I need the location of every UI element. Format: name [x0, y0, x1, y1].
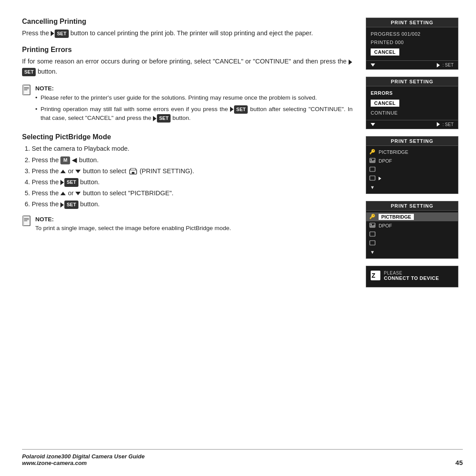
pictbridge-title: Selecting PictBridge Mode — [22, 133, 353, 141]
footer-url: www.izone-camera.com — [22, 460, 145, 466]
panel3-row-right — [366, 174, 458, 183]
panel2-header: PRINT SETTING — [366, 77, 458, 86]
panel2-continue: CONTINUE — [371, 109, 454, 117]
panel2-cancel: CANCEL — [371, 100, 399, 107]
panel3-header: PRINT SETTING — [366, 137, 458, 146]
panel1-header: PRINT SETTING — [366, 18, 458, 27]
panel4-row-key: 🔑 PICTBRIDGE — [366, 212, 458, 221]
cancelling-title: Cancelling Printing — [22, 18, 353, 26]
note-icon-errors — [22, 84, 32, 125]
panel2-right-arrow — [437, 122, 440, 126]
svg-rect-7 — [132, 172, 134, 174]
panel1-right-arrow — [437, 63, 440, 67]
image-icon-4 — [369, 223, 376, 229]
panel-errors: PRINT SETTING ERRORS CANCEL CONTINUE : S… — [366, 77, 458, 129]
panel2-errors-label: ERRORS — [371, 89, 454, 97]
down-arrow-icon-4: ▼ — [369, 249, 376, 255]
step-1: Set the camera to Playback mode. — [32, 144, 353, 154]
step-4: Press the SET button. — [32, 177, 353, 187]
panel4-row-down: ▼ — [366, 248, 458, 257]
connect-please: PLEASE — [384, 271, 439, 275]
note-content-errors: NOTE: Please refer to the printer's user… — [35, 84, 353, 125]
svg-rect-20 — [370, 241, 375, 245]
panel3-row-key: 🔑 PICTBRIDGE — [366, 148, 458, 156]
panel2-set-label: : SET — [443, 122, 454, 127]
footer-left: Polaroid izone300 Digital Camera User Gu… — [22, 453, 145, 466]
connect-icon-row: Z PLEASE CONNECT TO DEVICE — [371, 271, 454, 281]
panel4-dpof: DPOF — [379, 223, 392, 228]
panel1-progress: PROGRESS 001/002 — [371, 30, 454, 38]
panel1-cancel: CANCEL — [371, 48, 399, 56]
right-arrow-icon-4 — [369, 240, 376, 246]
key-icon-4: 🔑 — [369, 214, 376, 219]
right-panels: PRINT SETTING PROGRESS 001/002 PRINTED 0… — [366, 18, 463, 463]
panel-cancelling: PRINT SETTING PROGRESS 001/002 PRINTED 0… — [366, 18, 458, 70]
step-2: Press the M ◀ button. — [32, 155, 353, 165]
panel3-row-down: ▼ — [366, 183, 458, 192]
left-arrow-icon-3 — [369, 167, 376, 173]
svg-rect-4 — [23, 85, 24, 95]
panel3-arrow-indicator — [379, 177, 381, 180]
note-content-pictbridge: NOTE: To print a single image, select th… — [35, 215, 231, 233]
note-text-pictbridge: To print a single image, select the imag… — [35, 225, 231, 231]
page-footer: Polaroid izone300 Digital Camera User Gu… — [22, 449, 463, 466]
svg-rect-19 — [370, 232, 375, 236]
step-3: Press the or button to select (PRINT SET… — [32, 166, 353, 176]
errors-title: Printing Errors — [22, 46, 353, 54]
panel-connect: Z PLEASE CONNECT TO DEVICE — [366, 266, 458, 287]
connect-logo-icon: Z — [371, 271, 380, 280]
pictbridge-steps: Set the camera to Playback mode. Press t… — [22, 144, 353, 209]
panel-mode-unselected: PRINT SETTING 🔑 PICTBRIDGE DPOF — [366, 136, 458, 194]
main-content: Cancelling Printing Press the SET button… — [22, 18, 366, 463]
step-6: Press the SET button. — [32, 199, 353, 209]
panel1-footer: : SET — [366, 60, 458, 69]
panel4-row-right — [366, 239, 458, 248]
key-icon-3: 🔑 — [369, 149, 376, 155]
panel4-row-left — [366, 230, 458, 239]
svg-rect-12 — [23, 216, 24, 225]
cancelling-body: Press the SET button to cancel printing … — [22, 28, 353, 38]
panel-mode-selected: PRINT SETTING 🔑 PICTBRIDGE DPOF — [366, 201, 458, 259]
svg-rect-15 — [370, 167, 375, 171]
panel1-printed: PRINTED 000 — [371, 38, 454, 47]
image-icon-3 — [369, 158, 376, 164]
left-arrow-icon-4 — [369, 231, 376, 238]
svg-text:Z: Z — [372, 272, 376, 279]
errors-body: If for some reason an error occurs durin… — [22, 56, 353, 76]
down-arrow-icon-3: ▼ — [369, 185, 376, 190]
panel4-header: PRINT SETTING — [366, 201, 458, 211]
note-label-errors: NOTE: — [35, 84, 353, 93]
panel2-down-arrow — [371, 123, 375, 126]
panel4-pictbridge-selected: PICTBRIDGE — [379, 214, 414, 220]
step-5: Press the or button to select "PICTBRIDG… — [32, 188, 353, 198]
panel2-footer: : SET — [366, 120, 458, 129]
panel3-row-left — [366, 165, 458, 174]
svg-rect-16 — [370, 176, 375, 180]
panel1-down-arrow — [371, 63, 375, 67]
note-box-errors: NOTE: Please refer to the printer's user… — [22, 84, 353, 125]
connect-text: CONNECT TO DEVICE — [384, 275, 439, 281]
panel3-pictbridge: PICTBRIDGE — [379, 149, 408, 155]
note-icon-pictbridge — [22, 215, 32, 233]
panel1-set-label: : SET — [443, 63, 454, 67]
footer-page-number: 45 — [455, 459, 463, 466]
right-arrow-icon-3 — [369, 175, 376, 182]
note-label-pictbridge: NOTE: — [35, 215, 231, 224]
panel3-row-dpof: DPOF — [366, 156, 458, 165]
panel4-row-dpof: DPOF — [366, 221, 458, 230]
footer-brand: Polaroid izone300 Digital Camera User Gu… — [22, 453, 145, 460]
note-box-pictbridge: NOTE: To print a single image, select th… — [22, 215, 353, 233]
svg-rect-6 — [130, 168, 136, 170]
panel3-dpof: DPOF — [379, 158, 392, 164]
